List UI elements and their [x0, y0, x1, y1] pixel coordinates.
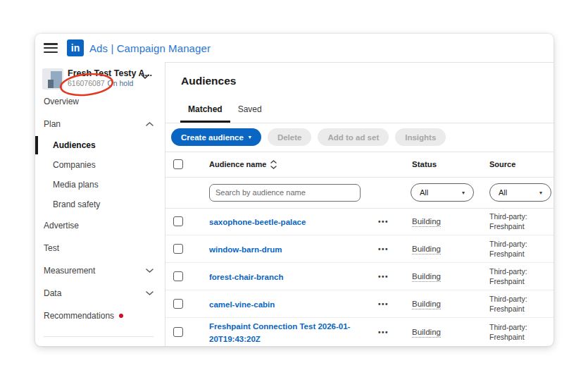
sidebar-item-measurement[interactable]: Measurement	[35, 259, 165, 282]
source-value: Third-party: Freshpaint	[482, 211, 553, 231]
account-switcher[interactable]: Fresh Test Testy A... 616076087On hold	[35, 62, 165, 90]
page-title: Audiences	[165, 63, 553, 104]
row-checkbox[interactable]	[173, 244, 183, 254]
table-row: forest-chair-branch ••• Building Third-p…	[165, 263, 553, 290]
overflow-menu-icon[interactable]: •••	[377, 218, 405, 226]
column-header-status: Status	[412, 160, 437, 169]
sidebar-item-audiences[interactable]: Audiences	[35, 135, 165, 155]
status-value: Building	[412, 245, 441, 254]
tab-bar: Matched Saved	[165, 104, 553, 123]
filter-row: All ▾ All ▾	[165, 178, 553, 209]
audience-name-link[interactable]: Freshpaint Connection Test 2026-01-20T19…	[209, 322, 350, 343]
create-audience-button[interactable]: Create audience ▾	[171, 128, 261, 146]
status-filter-dropdown[interactable]: All ▾	[411, 183, 474, 202]
chevron-down-icon	[146, 291, 154, 295]
account-avatar	[42, 68, 63, 90]
tab-saved[interactable]: Saved	[230, 104, 270, 123]
sidebar-item-media-plans[interactable]: Media plans	[35, 175, 165, 195]
hamburger-menu-icon[interactable]	[44, 43, 58, 53]
main-content: Audiences Matched Saved Create audience …	[165, 62, 553, 346]
status-value: Building	[412, 300, 441, 309]
source-value: Third-party: Freshpaint	[482, 294, 553, 314]
table-header-row: Audience name Status Source	[165, 152, 553, 178]
source-filter-dropdown[interactable]: All ▾	[489, 183, 551, 202]
audience-name-link[interactable]: forest-chair-branch	[209, 273, 286, 281]
sidebar-divider	[44, 336, 154, 337]
linkedin-logo[interactable]: in	[67, 39, 84, 56]
top-bar: in Ads | Campaign Manager	[35, 34, 553, 62]
dropdown-caret-icon: ▾	[249, 135, 251, 140]
table-row: window-barn-drum ••• Building Third-part…	[165, 235, 553, 263]
chevron-down-icon[interactable]	[141, 74, 149, 79]
sidebar-item-data[interactable]: Data	[35, 282, 165, 305]
sidebar-item-recommendations[interactable]: Recommendations	[35, 305, 165, 327]
account-name: Fresh Test Testy A...	[68, 68, 141, 79]
overflow-menu-icon[interactable]: •••	[377, 300, 405, 308]
sidebar-item-brand-safety[interactable]: Brand safety	[35, 195, 165, 214]
audience-name-link[interactable]: camel-vine-cabin	[209, 300, 277, 309]
status-value: Building	[412, 328, 441, 338]
column-header-audience-name[interactable]: Audience name	[209, 160, 266, 168]
column-header-source: Source	[482, 159, 553, 169]
page: in Ads | Campaign Manager Fresh Test Tes…	[0, 0, 588, 375]
source-value: Third-party: Freshpaint	[482, 239, 553, 259]
brand-title: Ads | Campaign Manager	[89, 42, 211, 54]
chevron-down-icon	[146, 269, 154, 273]
table-row: saxophone-beetle-palace ••• Building Thi…	[165, 209, 553, 236]
toolbar: Create audience ▾ Delete Add to ad set I…	[165, 123, 553, 152]
table-row: camel-vine-cabin ••• Building Third-part…	[165, 290, 553, 318]
insights-button[interactable]: Insights	[395, 128, 446, 146]
sidebar-item-advertise[interactable]: Advertise	[35, 214, 165, 237]
table-row: Freshpaint Connection Test 2026-01-20T19…	[165, 318, 553, 346]
status-value: Building	[412, 217, 441, 227]
overflow-menu-icon[interactable]: •••	[377, 245, 405, 253]
sidebar: Fresh Test Testy A... 616076087On hold O…	[35, 62, 165, 346]
row-checkbox[interactable]	[173, 299, 183, 309]
dropdown-caret-icon: ▾	[462, 190, 465, 196]
account-id: 616076087	[68, 79, 105, 87]
tab-matched[interactable]: Matched	[180, 104, 230, 123]
audience-name-link[interactable]: window-barn-drum	[209, 245, 285, 254]
add-to-ad-set-button[interactable]: Add to ad set	[318, 128, 389, 146]
campaign-manager-window: in Ads | Campaign Manager Fresh Test Tes…	[35, 34, 553, 346]
search-input[interactable]	[209, 184, 361, 202]
sidebar-item-companies[interactable]: Companies	[35, 155, 165, 175]
sort-icon[interactable]	[270, 160, 277, 169]
sidebar-item-overview[interactable]: Overview	[35, 90, 165, 113]
status-value: Building	[412, 272, 441, 282]
row-checkbox[interactable]	[173, 271, 183, 281]
select-all-checkbox[interactable]	[173, 159, 183, 169]
overflow-menu-icon[interactable]: •••	[377, 273, 405, 281]
source-value: Third-party: Freshpaint	[482, 322, 553, 342]
audience-name-link[interactable]: saxophone-beetle-palace	[209, 218, 308, 226]
account-status: On hold	[108, 79, 134, 87]
chevron-up-icon	[146, 122, 154, 126]
overflow-menu-icon[interactable]: •••	[377, 328, 405, 336]
sidebar-item-test[interactable]: Test	[35, 237, 165, 259]
sidebar-nav: Overview Plan Audiences Companies Media …	[35, 90, 165, 337]
row-checkbox[interactable]	[173, 327, 183, 337]
row-checkbox[interactable]	[173, 216, 183, 226]
dropdown-caret-icon: ▾	[539, 190, 542, 196]
sidebar-item-plan[interactable]: Plan	[35, 113, 165, 135]
notification-dot	[119, 314, 123, 318]
source-value: Third-party: Freshpaint	[482, 266, 553, 286]
delete-button[interactable]: Delete	[268, 128, 312, 146]
